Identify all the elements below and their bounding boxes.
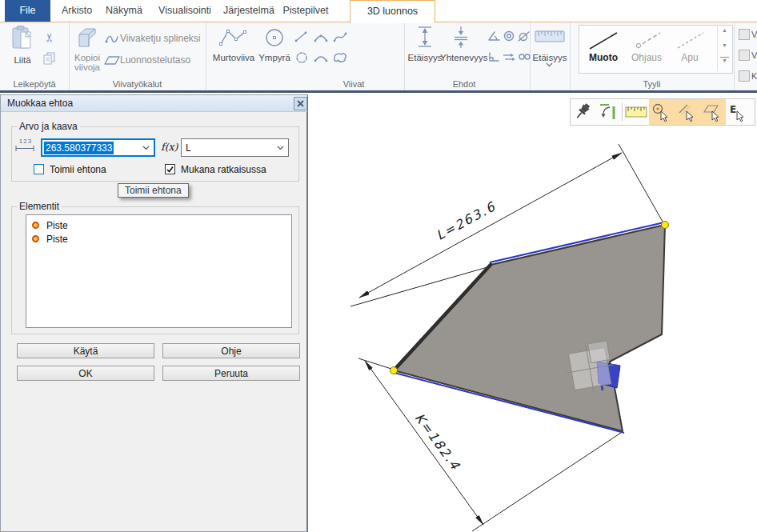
svg-text:E: E — [730, 104, 736, 115]
spline-chain-icon[interactable] — [104, 33, 120, 44]
point-bullet-icon — [32, 222, 39, 229]
ruler-icon[interactable] — [535, 30, 565, 44]
help-button[interactable]: Ohje — [162, 343, 300, 358]
gallery-scroll-up-icon[interactable]: ▲ — [718, 27, 731, 33]
edit-constraint-dialog: Muokkaa ehtoa Arvo ja kaava 123 263.5803… — [0, 94, 308, 532]
ok-button[interactable]: OK — [17, 366, 154, 381]
sketch-drawing: L=263.6 K=182.4 — [310, 94, 757, 532]
arc-tool-icon[interactable] — [313, 30, 329, 43]
ribbon-checkbox-2-label: V — [751, 50, 757, 60]
pick-point-filter-icon[interactable] — [651, 102, 672, 123]
spline-chain-button[interactable]: Viivaketju splineksi — [120, 33, 201, 44]
gallery-more-icon[interactable]: ▼ — [720, 57, 729, 63]
formula-combobox[interactable]: L — [181, 138, 289, 157]
sketch-plane-icon[interactable] — [104, 55, 120, 65]
ribbon-group-ehdot: Etäisyys Yhtenevyys — [404, 22, 531, 90]
paste-icon[interactable] — [10, 25, 34, 50]
pick-plane-filter-icon[interactable] — [703, 102, 723, 123]
cancel-button[interactable]: Peruuta — [162, 366, 300, 381]
acts-as-constraint-label[interactable]: Toimii ehtona — [50, 164, 106, 175]
point-bullet-icon — [32, 235, 39, 242]
cut-icon[interactable]: ✂ — [42, 28, 57, 42]
list-item-label: Piste — [46, 220, 68, 231]
toolbar-separator — [622, 102, 623, 122]
style-muoto[interactable]: Muoto — [586, 52, 621, 63]
style-ohjaus[interactable]: Ohjaus — [629, 52, 664, 63]
style-apu-icon[interactable] — [674, 30, 706, 51]
apply-button[interactable]: Käytä — [17, 343, 154, 358]
circle-button[interactable]: Ympyrä — [258, 53, 290, 62]
polyline-icon[interactable] — [218, 26, 250, 47]
dropdown-arrow-icon[interactable] — [546, 62, 553, 67]
tab-file[interactable]: File — [5, 0, 50, 22]
style-ohjaus-icon[interactable] — [631, 30, 663, 51]
chevron-down-icon[interactable] — [277, 146, 288, 150]
tab-visualisointi[interactable]: Visualisointi — [154, 0, 216, 22]
acts-as-constraint-checkbox[interactable] — [34, 164, 44, 174]
update-dimension-icon[interactable] — [597, 102, 618, 122]
ribbon-group-mittaus: Etäisyys — [530, 22, 571, 90]
value-formula-group-label: Arvo ja kaava — [17, 121, 80, 132]
angle-constraint-icon[interactable] — [487, 30, 501, 42]
elements-listbox[interactable]: Piste Piste — [26, 214, 292, 328]
pick-element-filter-icon[interactable]: E — [727, 102, 748, 123]
dashed-circle-tool-icon[interactable] — [294, 51, 310, 64]
list-item[interactable]: Piste — [26, 232, 291, 246]
list-item[interactable]: Piste — [26, 218, 291, 232]
copy-lines-icon[interactable] — [76, 26, 98, 50]
dimension-K-text[interactable]: K=182.4 — [412, 410, 464, 474]
tab-jarjestelma[interactable]: Järjestelmä — [222, 0, 276, 22]
ribbon-group-viivatyokalut: Kopioi viivoja Viivaketju splineksi Luon… — [69, 22, 206, 90]
ribbon-checkbox-3-label: K — [751, 71, 757, 81]
value-combobox-text[interactable]: 263.580377333 — [44, 142, 114, 154]
region-tool-icon[interactable] — [332, 51, 348, 64]
dimension-L-text[interactable]: L=263.6 — [434, 198, 499, 243]
copy-lines-button[interactable]: Kopioi viivoja — [70, 53, 105, 72]
pin-icon[interactable] — [573, 102, 594, 122]
copy-icon[interactable] — [42, 51, 57, 66]
ribbon-checkbox-2[interactable] — [739, 50, 750, 61]
value-combobox[interactable]: 263.580377333 — [41, 138, 155, 157]
included-in-solve-label[interactable]: Mukana ratkaisussa — [181, 164, 266, 175]
value-formula-group: Arvo ja kaava 123 263.580377333 f(x) L T… — [11, 126, 299, 182]
ribbon-checkbox-1[interactable] — [739, 29, 750, 40]
line-tool-icon[interactable] — [294, 30, 310, 43]
list-item-label: Piste — [46, 234, 68, 245]
close-icon[interactable] — [294, 97, 307, 110]
tab-pistepilvet[interactable]: Pistepilvet — [280, 0, 331, 22]
gallery-scroll-down-icon[interactable]: ▼ — [718, 42, 731, 48]
ribbon-bottom-border — [0, 90, 757, 93]
tooltip: Toimii ehtona — [118, 183, 189, 198]
distance-constraint-icon[interactable] — [415, 25, 435, 49]
concentric-constraint-icon[interactable] — [502, 30, 516, 42]
polyline-button[interactable]: Murtoviiva — [210, 53, 258, 62]
tab-3d-luonnos[interactable]: 3D luonnos — [350, 0, 435, 23]
parallel-constraint-icon[interactable] — [502, 51, 516, 62]
distance-constraint-button[interactable]: Etäisyys — [406, 53, 444, 62]
group-label-ehdot: Ehdot — [420, 79, 508, 89]
perpendicular-constraint-icon[interactable] — [487, 51, 501, 62]
spline-tool-icon[interactable] — [332, 30, 348, 43]
style-muoto-icon[interactable] — [587, 30, 619, 51]
coincidence-button[interactable]: Yhtenevyys — [440, 53, 485, 62]
vertex-point-left[interactable] — [391, 367, 398, 374]
pick-line-filter-icon[interactable] — [677, 102, 698, 123]
vertex-point-right[interactable] — [662, 222, 669, 229]
measure-ruler-icon[interactable] — [625, 103, 646, 124]
tab-arkisto[interactable]: Arkisto — [56, 0, 98, 22]
group-label-tyyli: Tyyli — [570, 79, 734, 89]
dialog-titlebar[interactable]: Muokkaa ehtoa — [1, 95, 307, 112]
sketch-plane-button[interactable]: Luonnostelutaso — [120, 54, 190, 66]
formula-combobox-text[interactable]: L — [186, 142, 191, 154]
arc2-tool-icon[interactable] — [313, 51, 329, 64]
paste-button[interactable]: Liitä — [5, 55, 40, 65]
tab-nakyma[interactable]: Näkymä — [102, 0, 146, 22]
measure-distance-button[interactable]: Etäisyys — [531, 53, 569, 62]
ribbon-checkbox-3[interactable] — [739, 70, 750, 82]
chevron-down-icon[interactable] — [142, 146, 154, 150]
elements-group-label: Elementit — [17, 201, 62, 212]
coincidence-icon[interactable] — [449, 25, 473, 49]
style-apu[interactable]: Apu — [672, 52, 707, 63]
circle-icon[interactable] — [264, 27, 285, 48]
included-in-solve-checkbox[interactable] — [165, 164, 175, 174]
